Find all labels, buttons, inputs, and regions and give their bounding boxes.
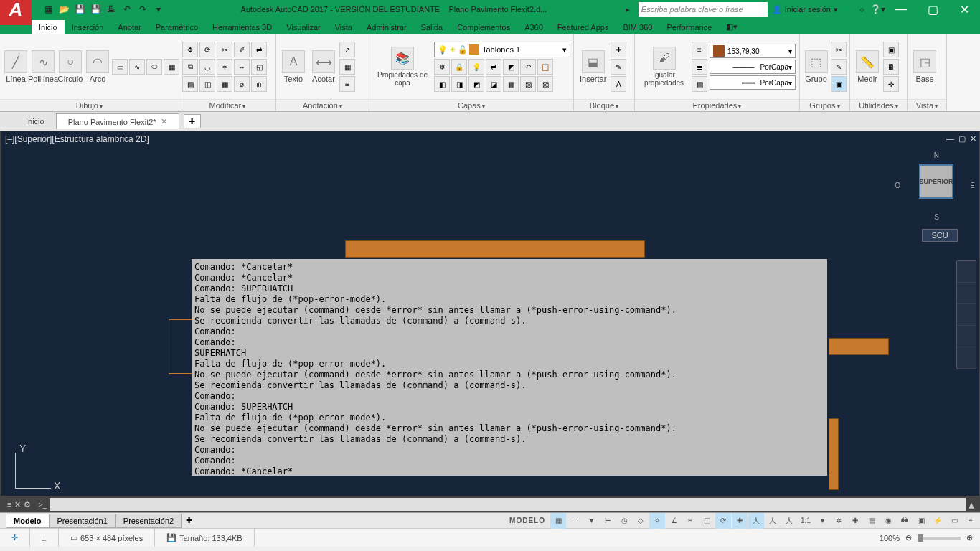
panel-capas[interactable]: Capas [369, 99, 573, 111]
grid-toggle[interactable]: ▦ [550, 513, 566, 529]
panel-anotacion[interactable]: Anotación [276, 99, 369, 111]
create-block-icon[interactable]: ✚ [611, 42, 626, 57]
cycling-toggle[interactable]: ⟳ [715, 513, 731, 529]
new-tab-button[interactable]: ✚ [184, 114, 201, 128]
units-toggle[interactable]: ▤ [864, 513, 880, 529]
auto-scale-toggle[interactable]: 人 [765, 513, 781, 529]
copy-icon[interactable]: ⧉ [182, 59, 198, 75]
isodraft-toggle[interactable]: ◇ [633, 513, 649, 529]
window-restore-button[interactable]: ▢ [917, 0, 948, 19]
tab-vista[interactable]: Vista [328, 20, 359, 34]
prop-list3-icon[interactable]: ▤ [692, 76, 707, 92]
layout-tab-model[interactable]: Modelo [6, 514, 50, 528]
qat-dropdown-icon[interactable]: ▾ [151, 1, 166, 17]
panel-grupos[interactable]: Grupos [800, 99, 849, 111]
quickcalc-icon[interactable]: 🖩 [883, 59, 899, 75]
isolate-toggle[interactable]: ▣ [913, 513, 929, 529]
tab-visualizar[interactable]: Visualizar [279, 20, 328, 34]
panel-utilidades[interactable]: Utilidades [850, 99, 907, 111]
layer-off-icon[interactable]: 💡 [468, 59, 484, 75]
tab-close-icon[interactable]: ✕ [161, 117, 167, 126]
hardware-accel-toggle[interactable]: ⚡ [930, 513, 946, 529]
exchange-icon[interactable]: ✕ [838, 1, 854, 17]
navwheel-icon[interactable] [957, 261, 976, 283]
dyn-toggle[interactable]: ✚ [732, 513, 748, 529]
osnap-toggle[interactable]: ✧ [649, 513, 665, 529]
rotate-icon[interactable]: ⟳ [199, 42, 215, 57]
erase-icon[interactable]: ✐ [234, 42, 250, 57]
circle-button[interactable]: ○Círculo [57, 49, 83, 85]
layer-b3-icon[interactable]: ◩ [468, 76, 484, 92]
leader-icon[interactable]: ↗ [339, 42, 355, 57]
table-icon[interactable]: ▦ [339, 59, 355, 75]
layer-iso-icon[interactable]: ◩ [503, 59, 519, 75]
tab-parametrico[interactable]: Paramétrico [149, 20, 205, 34]
quickprops-toggle[interactable]: ◉ [880, 513, 896, 529]
app-menu-button[interactable] [0, 0, 32, 25]
a360-icon[interactable]: ⟐ [854, 1, 870, 17]
panel-propiedades[interactable]: Propiedades [635, 99, 799, 111]
cmdline-close-icon[interactable]: ✕ [14, 500, 21, 509]
pan-icon[interactable] [957, 283, 976, 304]
tab-a360[interactable]: A360 [517, 20, 550, 34]
doc-tab-home[interactable]: Inicio [14, 114, 56, 128]
group-button[interactable]: ⬚Grupo [803, 49, 829, 85]
transp-toggle[interactable]: ◫ [699, 513, 715, 529]
viewcube-east[interactable]: E [970, 182, 975, 189]
cmdline-expand-icon[interactable]: ▴ [966, 498, 977, 512]
3dosnap-toggle[interactable]: 人 [748, 513, 764, 529]
custom-toggle[interactable]: ≡ [963, 513, 979, 529]
otrack-toggle[interactable]: ∠ [666, 513, 682, 529]
undo-icon[interactable]: ↶ [119, 1, 135, 17]
panel-vista[interactable]: Vista [908, 99, 946, 111]
explode-icon[interactable]: ✶ [217, 59, 232, 75]
ellipse-icon[interactable]: ⬭ [146, 59, 162, 75]
vp-close-icon[interactable]: ✕ [969, 133, 978, 145]
lwt-toggle[interactable]: ≡ [682, 513, 698, 529]
infer-toggle[interactable]: ▾ [583, 513, 599, 529]
line-button[interactable]: ╱Línea [3, 49, 29, 85]
layer-lock-icon[interactable]: 🔒 [451, 59, 467, 75]
tab-inicio[interactable]: Inicio [32, 20, 65, 34]
tab-bim360[interactable]: BIM 360 [616, 20, 659, 34]
ribbon-minimize-button[interactable]: ◧▾ [719, 19, 745, 34]
prop-list-icon[interactable]: ≡ [692, 42, 707, 57]
tab-performance[interactable]: Performance [659, 20, 719, 34]
layer-b2-icon[interactable]: ◨ [451, 76, 467, 92]
break-icon[interactable]: ⌀ [234, 76, 250, 92]
zoom-out-button[interactable]: ⊖ [905, 533, 912, 542]
vp-minimize-icon[interactable]: — [945, 133, 956, 145]
zoom-in-button[interactable]: ⊕ [966, 533, 973, 542]
tab-anotar[interactable]: Anotar [110, 20, 148, 34]
polyline-button[interactable]: ∿Polilínea [30, 49, 56, 85]
polar-toggle[interactable]: ◷ [616, 513, 632, 529]
dimension-button[interactable]: ⟷Acotar [309, 49, 338, 85]
tab-salida[interactable]: Salida [414, 20, 451, 34]
saveas-icon[interactable]: 💾 [88, 1, 103, 17]
model-space-toggle[interactable]: MODELO [505, 517, 550, 524]
layer-b4-icon[interactable]: ◪ [486, 76, 501, 92]
sign-in-button[interactable]: 👤Iniciar sesión▾ [772, 5, 838, 14]
panel-modificar[interactable]: Modificar [179, 99, 275, 111]
keyword-search-input[interactable]: Escriba palabra clave o frase [639, 2, 768, 17]
doc-tab-file[interactable]: Plano Pavimento Flexit2*✕ [56, 113, 179, 129]
help-icon[interactable]: ❔▾ [870, 1, 885, 17]
open-icon[interactable]: 📂 [56, 1, 72, 17]
layer-match-icon[interactable]: ⇄ [486, 59, 501, 75]
text-button[interactable]: ATexto [279, 49, 308, 85]
cmdline-settings-icon[interactable]: ⚙ [24, 500, 31, 509]
selectall-icon[interactable]: ▣ [883, 42, 899, 57]
tab-herramientas3d[interactable]: Herramientas 3D [205, 20, 279, 34]
tab-insercion[interactable]: Inserción [65, 20, 111, 34]
align-icon[interactable]: ▦ [217, 76, 232, 92]
scale-button[interactable]: 1:1 [798, 513, 814, 529]
base-button[interactable]: ◳Base [910, 49, 939, 85]
fillet-icon[interactable]: ◡ [199, 59, 215, 75]
move-icon[interactable]: ✥ [182, 42, 198, 57]
layout-add-button[interactable]: ✚ [182, 514, 197, 527]
layer-prev-icon[interactable]: ↶ [520, 59, 536, 75]
stretch-icon[interactable]: ↔ [234, 59, 250, 75]
snap-toggle[interactable]: ∷ [567, 513, 583, 529]
trim-icon[interactable]: ✂ [217, 42, 232, 57]
vp-restore-icon[interactable]: ▢ [957, 133, 967, 145]
